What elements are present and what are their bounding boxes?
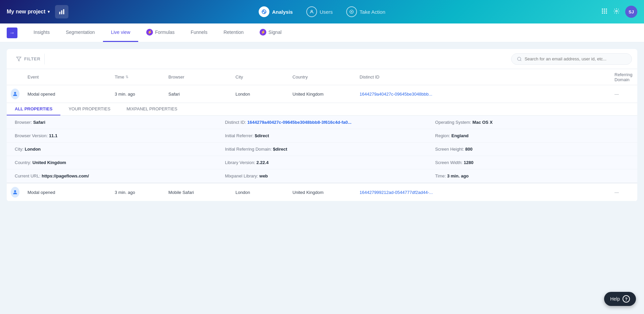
prop-distinct-id: Distinct ID: 1644279a40427c-09645be3048b… [217,116,427,129]
chevron-down-icon: ▾ [48,9,50,14]
props-tab-all[interactable]: ALL PROPERTIES [7,103,60,115]
prop-screen-width: Screen Width: 1280 [427,156,637,169]
col-header-time[interactable]: Time ⇅ [111,74,164,80]
props-col-1: Distinct ID: 1644279a40427c-09645be3048b… [217,116,427,183]
nav-analysis[interactable]: Analysis [257,4,294,19]
svg-point-15 [616,10,618,12]
prop-current-url: Current URL: https://pageflows.com/ [7,169,217,183]
table-header: Event Time ⇅ Browser City Country Distin… [7,69,637,85]
signal-tab-inner: ⚡ Signal [260,29,281,36]
svg-rect-11 [606,10,607,11]
tab-funnels[interactable]: Funnels [183,23,216,42]
filter-bar: FILTER [7,49,637,69]
svg-point-25 [14,190,16,192]
svg-rect-8 [606,8,607,9]
users-label: Users [320,9,333,15]
formulas-tab-inner: ⚡ Formulas [146,29,174,36]
col-header-event: Event [23,74,111,80]
col-header-distinct-id: Distinct ID [356,74,610,80]
svg-point-24 [14,92,16,94]
svg-rect-0 [59,12,60,14]
nav-take-action[interactable]: Take Action [345,4,387,19]
user-avatar-icon [11,89,19,99]
props-tab-yours[interactable]: YOUR PROPERTIES [60,103,118,115]
secondary-navigation: → Insights Segmentation Live view ⚡ Form… [0,23,644,42]
props-col-0: Browser: Safari Browser Version: 11.1 Ci… [7,116,217,183]
row-browser-1: Safari [164,92,231,97]
nav-right-actions: SJ [601,6,637,18]
tab-live-view[interactable]: Live view [103,23,139,42]
properties-grid: Browser: Safari Browser Version: 11.1 Ci… [7,116,637,183]
nav-users[interactable]: Users [305,4,334,19]
take-action-icon [346,6,357,17]
top-navigation: My new project ▾ Analysis Use [0,0,644,23]
col-header-browser: Browser [164,74,231,80]
col-header-city: City [231,74,288,80]
svg-rect-2 [63,9,64,14]
row-referring-1: — [610,92,637,97]
settings-icon[interactable] [613,8,620,16]
prop-screen-height: Screen Height: 800 [427,143,637,156]
search-box[interactable] [511,53,632,65]
svg-rect-12 [602,12,603,13]
properties-tabs: ALL PROPERTIES YOUR PROPERTIES MIXPANEL … [7,103,637,116]
col-header-referring: Referring Domain [610,72,637,82]
events-table: Event Time ⇅ Browser City Country Distin… [7,69,637,201]
expanded-properties-panel: ALL PROPERTIES YOUR PROPERTIES MIXPANEL … [7,103,637,183]
analysis-icon [259,6,269,17]
row-time-2: 3 min. ago [111,190,164,195]
svg-rect-13 [604,12,605,13]
svg-point-17 [518,57,521,60]
prop-os: Operating System: Mac OS X [427,116,637,129]
table-row: Modal opened 3 min. ago Mobile Safari Lo… [7,184,637,201]
bar-chart-icon[interactable] [55,5,68,18]
prop-country: Country: United Kingdom [7,156,217,169]
prop-initial-referrer: Initial Referrer: $direct [217,129,427,143]
prop-mixpanel-library: Mixpanel Library: web [217,169,427,183]
user-avatar-icon-2 [11,187,19,198]
users-icon [306,6,317,17]
prop-browser-version: Browser Version: 11.1 [7,129,217,143]
svg-point-4 [311,10,313,12]
help-button[interactable]: Help ? [604,292,636,306]
row-city-2: London [231,190,288,195]
row-main-1[interactable]: Modal opened 3 min. ago Safari London Un… [7,85,637,103]
prop-region: Region: England [427,129,637,143]
row-distinct-id-1[interactable]: 1644279a40427c-09645be3048bbb... [356,92,610,97]
row-country-1: United Kingdom [288,92,356,97]
prop-library-version: Library Version: 2.22.4 [217,156,427,169]
row-user-icon-2 [7,187,23,198]
apps-grid-icon[interactable] [601,8,608,16]
search-icon [517,56,522,62]
project-selector[interactable]: My new project ▾ [7,9,50,15]
tab-signal[interactable]: ⚡ Signal [252,23,289,42]
tab-retention[interactable]: Retention [215,23,252,42]
row-event-2: Modal opened [23,190,111,195]
search-input[interactable] [525,56,626,61]
row-browser-2: Mobile Safari [164,190,231,195]
filter-button[interactable]: FILTER [12,54,45,64]
row-distinct-id-2[interactable]: 164427999212ad-0544777df2ad44-... [356,190,610,195]
row-country-2: United Kingdom [288,190,356,195]
props-tab-mixpanel[interactable]: MIXPANEL PROPERTIES [118,103,185,115]
help-label: Help [610,296,620,302]
formulas-badge: ⚡ [146,29,153,36]
tab-formulas[interactable]: ⚡ Formulas [138,23,182,42]
prop-time: Time: 3 min. ago [427,169,637,183]
tab-insights[interactable]: Insights [25,23,58,42]
filter-label: FILTER [24,56,40,61]
row-referring-2: — [610,190,637,195]
sort-icon: ⇅ [125,75,128,79]
sidebar-toggle[interactable]: → [7,28,17,38]
filter-icon [16,56,21,62]
tab-segmentation[interactable]: Segmentation [58,23,103,42]
col-header-country: Country [288,74,356,80]
row-main-2[interactable]: Modal opened 3 min. ago Mobile Safari Lo… [7,184,637,201]
signal-badge: ⚡ [260,29,266,36]
props-col-2: Operating System: Mac OS X Region: Engla… [427,116,637,183]
svg-rect-9 [602,10,603,11]
project-name: My new project [7,9,46,15]
user-avatar[interactable]: SJ [625,6,637,18]
row-city-1: London [231,92,288,97]
prop-city: City: London [7,143,217,156]
